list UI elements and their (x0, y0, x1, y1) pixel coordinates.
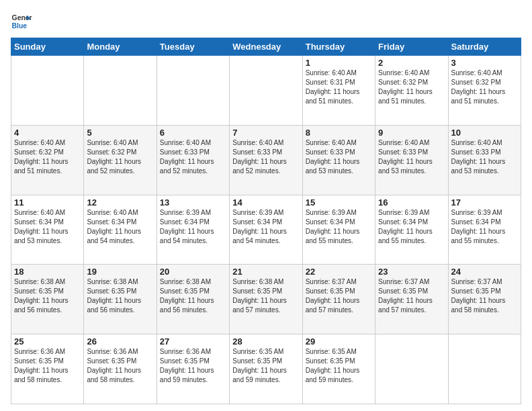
day-info: Sunrise: 6:40 AMSunset: 6:33 PMDaylight:… (160, 138, 226, 176)
day-info: Sunrise: 6:40 AMSunset: 6:34 PMDaylight:… (14, 208, 81, 246)
calendar-cell: 3Sunrise: 6:40 AMSunset: 6:32 PMDaylight… (448, 56, 521, 126)
day-number: 14 (232, 197, 299, 208)
day-number: 17 (451, 197, 518, 208)
day-number: 25 (14, 336, 81, 347)
day-number: 7 (232, 128, 299, 138)
calendar-cell: 16Sunrise: 6:39 AMSunset: 6:34 PMDayligh… (375, 195, 448, 265)
page: General Blue SundayMondayTuesdayWednesda… (0, 0, 532, 411)
calendar-cell: 23Sunrise: 6:37 AMSunset: 6:35 PMDayligh… (375, 265, 448, 334)
week-row-3: 11Sunrise: 6:40 AMSunset: 6:34 PMDayligh… (11, 195, 521, 265)
day-number: 3 (451, 58, 518, 68)
day-number: 24 (451, 267, 518, 277)
calendar-cell (157, 56, 229, 126)
day-info: Sunrise: 6:39 AMSunset: 6:34 PMDaylight:… (232, 208, 299, 246)
day-info: Sunrise: 6:40 AMSunset: 6:33 PMDaylight:… (451, 138, 518, 176)
day-info: Sunrise: 6:36 AMSunset: 6:35 PMDaylight:… (14, 347, 81, 385)
calendar-cell: 15Sunrise: 6:39 AMSunset: 6:34 PMDayligh… (302, 195, 375, 265)
calendar-cell: 14Sunrise: 6:39 AMSunset: 6:34 PMDayligh… (230, 195, 302, 265)
day-number: 10 (451, 128, 518, 138)
day-info: Sunrise: 6:37 AMSunset: 6:35 PMDaylight:… (378, 277, 445, 315)
weekday-header-tuesday: Tuesday (157, 38, 229, 56)
calendar-cell: 19Sunrise: 6:38 AMSunset: 6:35 PMDayligh… (84, 265, 157, 334)
day-info: Sunrise: 6:40 AMSunset: 6:32 PMDaylight:… (378, 68, 445, 106)
calendar-cell: 10Sunrise: 6:40 AMSunset: 6:33 PMDayligh… (448, 125, 521, 195)
week-row-4: 18Sunrise: 6:38 AMSunset: 6:35 PMDayligh… (11, 265, 521, 334)
day-number: 12 (87, 197, 153, 208)
calendar-table: SundayMondayTuesdayWednesdayThursdayFrid… (11, 38, 521, 404)
day-info: Sunrise: 6:40 AMSunset: 6:31 PMDaylight:… (306, 68, 372, 106)
day-info: Sunrise: 6:38 AMSunset: 6:35 PMDaylight:… (232, 277, 299, 315)
calendar-cell: 12Sunrise: 6:40 AMSunset: 6:34 PMDayligh… (84, 195, 157, 265)
day-number: 28 (232, 336, 299, 347)
day-number: 2 (378, 58, 445, 68)
day-number: 1 (306, 58, 372, 68)
day-number: 29 (306, 336, 372, 347)
day-info: Sunrise: 6:40 AMSunset: 6:33 PMDaylight:… (378, 138, 445, 176)
calendar-cell: 29Sunrise: 6:35 AMSunset: 6:35 PMDayligh… (302, 334, 375, 404)
day-number: 11 (14, 197, 81, 208)
calendar-cell: 24Sunrise: 6:37 AMSunset: 6:35 PMDayligh… (448, 265, 521, 334)
day-number: 15 (306, 197, 372, 208)
svg-text:Blue: Blue (12, 22, 28, 30)
day-info: Sunrise: 6:35 AMSunset: 6:35 PMDaylight:… (232, 347, 299, 385)
day-number: 27 (160, 336, 226, 347)
calendar-cell: 11Sunrise: 6:40 AMSunset: 6:34 PMDayligh… (11, 195, 84, 265)
calendar-cell (84, 56, 157, 126)
week-row-5: 25Sunrise: 6:36 AMSunset: 6:35 PMDayligh… (11, 334, 521, 404)
day-info: Sunrise: 6:40 AMSunset: 6:33 PMDaylight:… (306, 138, 372, 176)
calendar-cell: 6Sunrise: 6:40 AMSunset: 6:33 PMDaylight… (157, 125, 229, 195)
day-number: 9 (378, 128, 445, 138)
weekday-header-thursday: Thursday (302, 38, 375, 56)
day-info: Sunrise: 6:40 AMSunset: 6:34 PMDaylight:… (87, 208, 153, 246)
calendar-cell: 25Sunrise: 6:36 AMSunset: 6:35 PMDayligh… (11, 334, 84, 404)
day-info: Sunrise: 6:37 AMSunset: 6:35 PMDaylight:… (451, 277, 518, 315)
day-number: 18 (14, 267, 81, 277)
day-number: 21 (232, 267, 299, 277)
calendar-cell (448, 334, 521, 404)
day-info: Sunrise: 6:36 AMSunset: 6:35 PMDaylight:… (87, 347, 153, 385)
header: General Blue (11, 11, 521, 32)
calendar-cell: 13Sunrise: 6:39 AMSunset: 6:34 PMDayligh… (157, 195, 229, 265)
day-number: 13 (160, 197, 226, 208)
weekday-header-row: SundayMondayTuesdayWednesdayThursdayFrid… (11, 38, 521, 56)
calendar-cell (11, 56, 84, 126)
day-number: 22 (306, 267, 372, 277)
calendar-cell: 7Sunrise: 6:40 AMSunset: 6:33 PMDaylight… (230, 125, 302, 195)
calendar-cell: 2Sunrise: 6:40 AMSunset: 6:32 PMDaylight… (375, 56, 448, 126)
day-info: Sunrise: 6:38 AMSunset: 6:35 PMDaylight:… (14, 277, 81, 315)
weekday-header-friday: Friday (375, 38, 448, 56)
weekday-header-monday: Monday (84, 38, 157, 56)
day-number: 8 (306, 128, 372, 138)
calendar-cell: 21Sunrise: 6:38 AMSunset: 6:35 PMDayligh… (230, 265, 302, 334)
day-number: 19 (87, 267, 153, 277)
calendar-cell: 20Sunrise: 6:38 AMSunset: 6:35 PMDayligh… (157, 265, 229, 334)
day-number: 4 (14, 128, 81, 138)
day-info: Sunrise: 6:39 AMSunset: 6:34 PMDaylight:… (306, 208, 372, 246)
day-info: Sunrise: 6:40 AMSunset: 6:32 PMDaylight:… (14, 138, 81, 176)
calendar-cell: 4Sunrise: 6:40 AMSunset: 6:32 PMDaylight… (11, 125, 84, 195)
week-row-1: 1Sunrise: 6:40 AMSunset: 6:31 PMDaylight… (11, 56, 521, 126)
day-info: Sunrise: 6:37 AMSunset: 6:35 PMDaylight:… (306, 277, 372, 315)
day-number: 6 (160, 128, 226, 138)
calendar-cell: 1Sunrise: 6:40 AMSunset: 6:31 PMDaylight… (302, 56, 375, 126)
day-number: 5 (87, 128, 153, 138)
calendar-cell: 27Sunrise: 6:36 AMSunset: 6:35 PMDayligh… (157, 334, 229, 404)
day-number: 26 (87, 336, 153, 347)
logo-icon: General Blue (11, 11, 32, 32)
calendar-cell: 17Sunrise: 6:39 AMSunset: 6:34 PMDayligh… (448, 195, 521, 265)
day-info: Sunrise: 6:39 AMSunset: 6:34 PMDaylight:… (160, 208, 226, 246)
calendar-cell (230, 56, 302, 126)
day-number: 16 (378, 197, 445, 208)
calendar-cell: 9Sunrise: 6:40 AMSunset: 6:33 PMDaylight… (375, 125, 448, 195)
calendar-cell: 8Sunrise: 6:40 AMSunset: 6:33 PMDaylight… (302, 125, 375, 195)
day-info: Sunrise: 6:38 AMSunset: 6:35 PMDaylight:… (87, 277, 153, 315)
day-info: Sunrise: 6:39 AMSunset: 6:34 PMDaylight:… (378, 208, 445, 246)
weekday-header-saturday: Saturday (448, 38, 521, 56)
day-info: Sunrise: 6:38 AMSunset: 6:35 PMDaylight:… (160, 277, 226, 315)
day-info: Sunrise: 6:40 AMSunset: 6:32 PMDaylight:… (87, 138, 153, 176)
day-info: Sunrise: 6:40 AMSunset: 6:32 PMDaylight:… (451, 68, 518, 106)
calendar-cell: 5Sunrise: 6:40 AMSunset: 6:32 PMDaylight… (84, 125, 157, 195)
logo: General Blue (11, 11, 32, 32)
day-info: Sunrise: 6:40 AMSunset: 6:33 PMDaylight:… (232, 138, 299, 176)
calendar-cell: 22Sunrise: 6:37 AMSunset: 6:35 PMDayligh… (302, 265, 375, 334)
